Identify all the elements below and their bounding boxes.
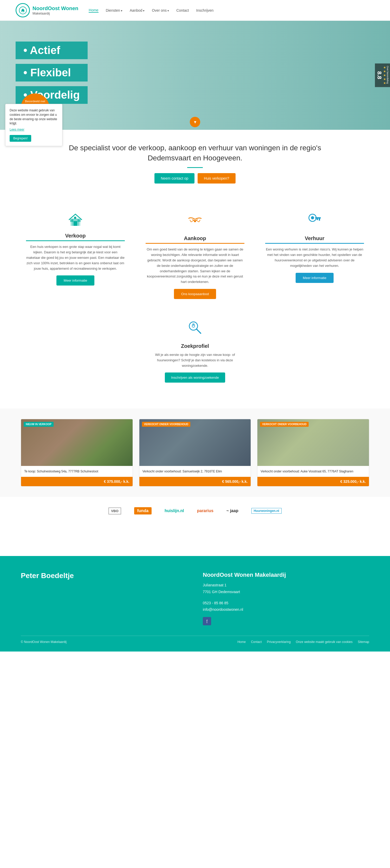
cookie-accept-button[interactable]: Begrepen!	[10, 135, 31, 142]
contact-button[interactable]: Neem contact op	[155, 173, 194, 184]
side-label: Over beoordeling	[386, 66, 389, 84]
footer-link-sitemap[interactable]: Sitemap	[358, 640, 369, 644]
partner-jaap: ~ jaap	[226, 508, 239, 513]
nav-aanbod[interactable]: Aanbod	[130, 8, 144, 12]
property-price-1: € 375.000,- k.k.	[21, 477, 133, 486]
service-btn-verhuur[interactable]: Meer informatie	[296, 273, 334, 283]
cookie-banner: Deze website maakt gebruik van cookies o…	[5, 104, 62, 146]
side-stars: ★★★★★	[383, 66, 386, 85]
footer-address1: Julianastraat 1	[203, 582, 369, 588]
service-btn-verkoop[interactable]: Meer informatie	[56, 275, 94, 285]
property-badge-1: NIEUW IN VERKOOP	[24, 422, 54, 427]
properties-grid: NIEUW IN VERKOOP Te koop: Schulneslootwe…	[21, 419, 369, 487]
sell-button[interactable]: Huis verkopen?	[198, 173, 235, 184]
property-info-2: Verkocht onder voorbehoud: Samuelswijk 2…	[139, 466, 251, 477]
side-score: 8.8	[376, 71, 383, 80]
partner-pararius: pararius	[197, 508, 214, 513]
footer-link-cookies[interactable]: Onze website maakt gebruik van cookies	[296, 640, 353, 644]
svg-point-9	[311, 216, 314, 219]
verkoop-icon	[67, 212, 83, 228]
navbar: NoordOost Wonen Makelaardij Home Dienste…	[0, 0, 390, 21]
footer-phone: 0523 - 85 86 85	[203, 600, 369, 607]
cta-buttons: Neem contact op Huis verkopen?	[52, 173, 338, 184]
svg-point-7	[194, 220, 196, 222]
spacer2	[0, 540, 390, 556]
property-card-3[interactable]: VERKOCHT ONDER VOORBEHOUD Verkocht onder…	[257, 419, 369, 487]
property-title-2: Verkocht onder voorbehoud: Samuelswijk 2…	[142, 469, 248, 474]
service-desc-aankoop: Om een goed beeld van de woning te krijg…	[146, 247, 244, 285]
hero-scroll-button[interactable]	[190, 117, 200, 127]
partner-vbo: VBO	[108, 507, 121, 515]
footer-link-privacy[interactable]: Privacyverklaring	[267, 640, 291, 644]
properties-section: NIEUW IN VERKOOP Te koop: Schulneslootwe…	[0, 409, 390, 497]
property-price-2: € 565.000,- k.k.	[139, 477, 251, 486]
nav-inschrijven[interactable]: Inschrijven	[196, 8, 214, 12]
footer-copyright: © NoordOost Wonen Makelaardij	[21, 640, 66, 644]
property-badge-3: VERKOCHT ONDER VOORBEHOUD	[260, 422, 309, 427]
headline-divider	[187, 167, 203, 168]
logo-text: NoordOost Wonen Makelaardij	[32, 5, 78, 16]
property-title-1: Te koop: Schulneslootweg 54a, 7777RB Sch…	[24, 469, 130, 474]
service-btn-aankoop[interactable]: Ons koopaaanbod	[174, 289, 216, 299]
cookie-learn-more[interactable]: Lees meer	[10, 128, 24, 131]
verhuur-icon	[306, 212, 324, 230]
footer-social: f	[203, 617, 369, 625]
footer-company: NoordOost Wonen Makelaardij Julianastraa…	[203, 571, 369, 625]
zoekprofiel-button[interactable]: Inschrijven als woningzoekende	[165, 372, 225, 382]
partner-funda: funda	[134, 507, 152, 515]
footer-person-name: Peter Boedeltje	[21, 571, 187, 580]
footer-company-name: NoordOost Wonen Makelaardij	[203, 571, 369, 578]
property-card-2[interactable]: VERKOCHT ONDER VOORBEHOUD Verkocht onder…	[139, 419, 251, 487]
nav-home[interactable]: Home	[89, 8, 98, 13]
zoekprofiel-icon	[186, 320, 204, 338]
svg-rect-5	[78, 219, 81, 222]
svg-line-15	[197, 329, 201, 333]
svg-rect-12	[317, 219, 318, 220]
nav-contact[interactable]: Contact	[176, 8, 189, 12]
property-image-3: VERKOCHT ONDER VOORBEHOUD	[257, 419, 369, 466]
nav-diensten[interactable]: Diensten	[106, 8, 122, 12]
services-section: Verkoop Een huis verkopen is een grote s…	[0, 191, 390, 409]
footer-link-home[interactable]: Home	[238, 640, 246, 644]
service-aankoop: Aankoop Om een goed beeld van de woning …	[140, 207, 250, 304]
partner-huislijn: huislijn.nl	[165, 508, 184, 513]
svg-rect-6	[74, 217, 76, 219]
logo[interactable]: NoordOost Wonen Makelaardij	[16, 3, 78, 18]
aankoop-icon	[186, 212, 204, 230]
footer-grid: Peter Boedeltje NoordOost Wonen Makelaar…	[21, 571, 369, 625]
footer: Peter Boedeltje NoordOost Wonen Makelaar…	[0, 556, 390, 652]
main-headline: De specialist voor de verkoop, aankoop e…	[52, 143, 338, 163]
zoekprofiel-description: Wil je als eerste op de hoogte zijn van …	[151, 352, 239, 368]
property-card-1[interactable]: NIEUW IN VERKOOP Te koop: Schulneslootwe…	[21, 419, 133, 487]
svg-rect-4	[70, 219, 73, 222]
service-desc-verhuur: Een woning verhuren is niet zonder risic…	[265, 247, 364, 269]
property-info-1: Te koop: Schulneslootweg 54a, 7777RB Sch…	[21, 466, 133, 477]
property-badge-2: VERKOCHT ONDER VOORBEHOUD	[142, 422, 191, 427]
spacer	[0, 525, 390, 540]
nav-links: Home Diensten Aanbod Over ons Contact In…	[89, 8, 214, 13]
nav-overons[interactable]: Over ons	[152, 8, 169, 12]
service-desc-verkoop: Een huis verkopen is een grote stap waar…	[26, 244, 125, 271]
property-image-2: VERKOCHT ONDER VOORBEHOUD	[139, 419, 251, 466]
footer-email: info@noordoostwonen.nl	[203, 607, 369, 613]
hero-bullet-1: Actief	[16, 41, 88, 59]
footer-link-contact[interactable]: Contact	[251, 640, 261, 644]
logo-icon	[16, 3, 30, 18]
facebook-link[interactable]: f	[203, 617, 211, 625]
service-verhuur: Verhuur Een woning verhuren is niet zond…	[260, 207, 369, 304]
service-title-verkoop: Verkoop	[26, 233, 125, 241]
hero-bullets: Actief Flexibel Voordelig	[16, 41, 88, 104]
service-verkoop: Verkoop Een huis verkopen is een grote s…	[21, 207, 130, 304]
property-image-1: NIEUW IN VERKOOP	[21, 419, 133, 466]
zoekprofiel-title: Zoekprofiel	[41, 343, 349, 349]
svg-rect-10	[315, 217, 321, 219]
footer-bottom: © NoordOost Wonen Makelaardij Home Conta…	[21, 636, 369, 644]
brand-name: NoordOost Wonen	[32, 5, 78, 11]
footer-person: Peter Boedeltje	[21, 571, 187, 625]
cookie-text: Deze website maakt gebruik van cookies o…	[10, 108, 58, 126]
svg-rect-3	[74, 221, 77, 226]
property-title-3: Verkocht onder voorbehoud: Auke Vosstraa…	[260, 469, 366, 474]
property-info-3: Verkocht onder voorbehoud: Auke Vosstraa…	[257, 466, 369, 477]
service-title-verhuur: Verhuur	[265, 236, 364, 244]
footer-bottom-links: Home Contact Privacyverklaring Onze webs…	[238, 640, 369, 644]
